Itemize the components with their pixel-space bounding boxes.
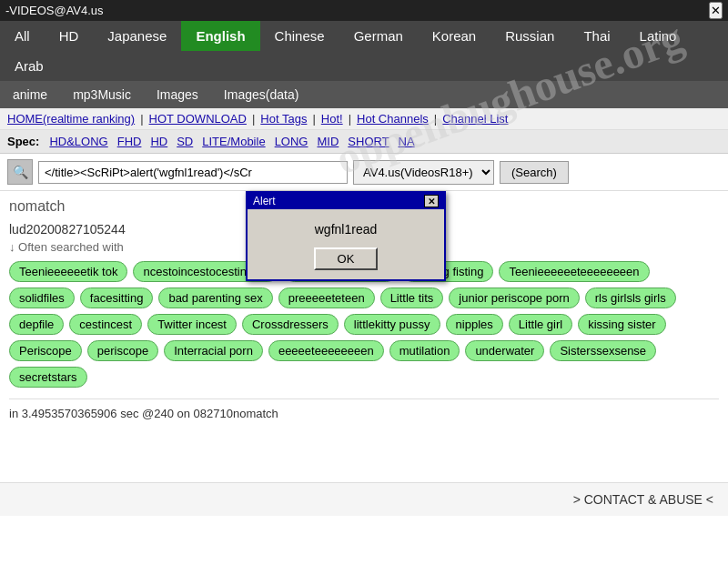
spec-link-mid[interactable]: MID xyxy=(314,134,341,149)
alert-title: Alert xyxy=(253,195,276,207)
nav-sub: animemp3MusicImagesImages(data) xyxy=(0,81,728,108)
nav-top-item-latino[interactable]: Latino xyxy=(625,21,692,51)
breadcrumb-item[interactable]: Hot Channels xyxy=(357,112,429,126)
spec-link-hd[interactable]: HD xyxy=(147,134,170,149)
breadcrumb-separator: | xyxy=(434,112,437,126)
search-select[interactable]: AV4.us(VideosR18+) xyxy=(353,160,494,185)
tag-item[interactable]: solidfiles xyxy=(9,288,75,308)
breadcrumb-separator: | xyxy=(312,112,315,126)
tag-item[interactable]: Teenieeeeeeteeeeeeeen xyxy=(499,261,649,282)
tag-item[interactable]: facesitting xyxy=(80,288,154,308)
title-text: -VIDEOS@AV4.us xyxy=(5,4,104,17)
tag-item[interactable]: periscope xyxy=(87,340,158,361)
tag-item[interactable]: junior periscope porn xyxy=(449,288,579,308)
breadcrumb-item[interactable]: Hot! xyxy=(321,112,343,126)
tag-item[interactable]: underwater xyxy=(465,340,544,361)
alert-close-button[interactable]: ✕ xyxy=(424,195,439,207)
alert-titlebar: Alert ✕ xyxy=(248,193,444,209)
footer: > CONTACT & ABUSE < xyxy=(0,482,728,516)
tag-item[interactable]: kissing sister xyxy=(578,314,665,335)
tag-item[interactable]: depfile xyxy=(9,314,64,335)
nav-top: AllHDJapaneseEnglishChineseGermanKoreanR… xyxy=(0,21,728,81)
breadcrumb-item[interactable]: HOME(realtime ranking) xyxy=(7,112,135,126)
search-button[interactable]: (Search) xyxy=(500,161,569,184)
spec-link-hd&long[interactable]: HD&LONG xyxy=(46,134,110,149)
breadcrumb-item[interactable]: HOT DOWNLOAD xyxy=(149,112,247,126)
spec-link-na[interactable]: NA xyxy=(396,134,418,149)
nav-top-item-korean[interactable]: Korean xyxy=(418,21,490,51)
breadcrumb-item[interactable]: Hot Tags xyxy=(260,112,307,126)
breadcrumb-separator: | xyxy=(349,112,351,126)
tag-item[interactable]: Little tits xyxy=(380,288,444,308)
tag-item[interactable]: Periscope xyxy=(9,340,82,361)
nav-top-item-hd[interactable]: HD xyxy=(45,21,94,51)
breadcrumb-bar: HOME(realtime ranking) | HOT DOWNLOAD | … xyxy=(0,108,728,130)
tag-item[interactable]: Little girl xyxy=(509,314,572,335)
nav-top-item-thai[interactable]: Thai xyxy=(569,21,624,51)
spec-link-short[interactable]: SHORT xyxy=(345,134,391,149)
nav-sub-item-images(data)[interactable]: Images(data) xyxy=(211,81,311,108)
search-icon-button[interactable]: 🔍 xyxy=(7,159,33,185)
spec-link-fhd[interactable]: FHD xyxy=(115,134,145,149)
nav-sub-item-images[interactable]: Images xyxy=(144,81,211,108)
alert-body: wgfnl1read OK xyxy=(248,209,444,279)
tag-item[interactable]: preeeeeteteen xyxy=(278,288,375,308)
footer-text: > CONTACT & ABUSE < xyxy=(573,492,713,507)
result-time: in 3.4953570365906 sec @240 on 082710nom… xyxy=(9,398,719,420)
search-bar: 🔍 AV4.us(VideosR18+) (Search) xyxy=(0,154,728,191)
tag-item[interactable]: cestincest xyxy=(69,314,142,335)
nav-top-item-all[interactable]: All xyxy=(0,21,45,51)
breadcrumb-separator: | xyxy=(252,112,255,126)
search-input[interactable] xyxy=(38,161,348,184)
tag-item[interactable]: Interracial porn xyxy=(164,340,263,361)
tag-item[interactable]: nipples xyxy=(446,314,503,335)
tag-item[interactable]: Crossdressers xyxy=(242,314,339,335)
tag-item[interactable]: littlekitty pussy xyxy=(344,314,440,335)
tag-item[interactable]: rls girlsls girls xyxy=(585,288,676,308)
nav-sub-item-anime[interactable]: anime xyxy=(0,81,60,108)
tag-item[interactable]: Twitter incest xyxy=(147,314,237,335)
nav-top-item-english[interactable]: English xyxy=(181,21,259,51)
alert-dialog: Alert ✕ wgfnl1read OK xyxy=(246,191,446,281)
spec-label: Spec: xyxy=(7,135,39,148)
spec-link-lite/mobile[interactable]: LITE/Mobile xyxy=(199,134,268,149)
tag-item[interactable]: Sisterssexsense xyxy=(550,340,656,361)
tag-item[interactable]: eeeeeteeeeeeeen xyxy=(268,340,384,361)
spec-link-long[interactable]: LONG xyxy=(272,134,311,149)
nav-top-item-russian[interactable]: Russian xyxy=(490,21,569,51)
nav-top-item-arab[interactable]: Arab xyxy=(0,51,58,81)
spec-link-sd[interactable]: SD xyxy=(174,134,196,149)
nav-top-item-japanese[interactable]: Japanese xyxy=(93,21,181,51)
tag-item[interactable]: bad parenting sex xyxy=(158,288,272,308)
breadcrumb-separator: | xyxy=(140,112,143,126)
breadcrumb-item[interactable]: Channel List xyxy=(442,112,508,126)
tag-item[interactable]: Teenieeeeeetik tok xyxy=(9,261,127,282)
spec-bar: Spec: HD&LONGFHDHDSDLITE/MobileLONGMIDSH… xyxy=(0,130,728,154)
search-icon: 🔍 xyxy=(13,165,28,179)
nav-sub-item-mp3music[interactable]: mp3Music xyxy=(60,81,144,108)
title-close-button[interactable]: ✕ xyxy=(709,2,723,19)
title-bar: -VIDEOS@AV4.us ✕ xyxy=(0,0,728,21)
tag-item[interactable]: secretstars xyxy=(9,367,87,388)
tag-item[interactable]: mutilation xyxy=(389,340,460,361)
nav-top-item-german[interactable]: German xyxy=(339,21,418,51)
alert-message: wgfnl1read xyxy=(257,222,435,237)
alert-ok-button[interactable]: OK xyxy=(314,247,379,270)
nav-top-item-chinese[interactable]: Chinese xyxy=(260,21,339,51)
